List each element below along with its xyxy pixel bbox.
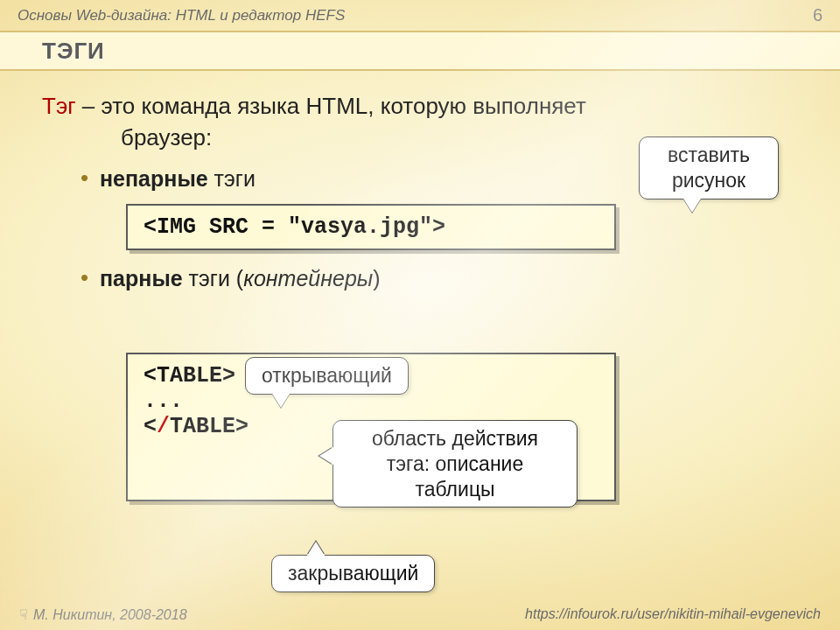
bullet-unpaired-bold: непарные (100, 166, 208, 191)
callout-scope-text: область действиятэга: описаниетаблицы (372, 427, 538, 500)
callout-closing-text: закрывающий (288, 562, 418, 584)
header-bar: Основы Web-дизайна: HTML и редактор HEFS… (0, 0, 840, 25)
footer-url: https://infourok.ru/user/nikitin-mihail-… (525, 606, 821, 623)
hand-icon: ☟ (19, 607, 28, 622)
bullet-paired-bold: парные (100, 266, 183, 290)
page-number: 6 (813, 5, 822, 25)
callout-scope: область действиятэга: описаниетаблицы (332, 420, 578, 508)
code-table-close-post: TABLE> (170, 414, 248, 439)
slide-title: ТЭГИ (42, 38, 105, 65)
footer-author: ☟М. Никитин, 2008-2018 (19, 606, 187, 623)
code-table-close-slash: / (157, 414, 170, 439)
callout-tail-icon (272, 394, 290, 408)
callout-opening-text: открывающий (262, 364, 392, 387)
breadcrumb: Основы Web-дизайна: HTML и редактор HEFS (18, 7, 345, 24)
code-table-close-pre: < (144, 414, 157, 439)
bullet-paired-rest: тэги ( (183, 266, 244, 290)
callout-tail-icon (307, 542, 325, 556)
callout-tail-icon (319, 447, 333, 465)
definition-keyword: Тэг (42, 93, 76, 119)
footer: ☟М. Никитин, 2008-2018 https://infourok.… (0, 606, 840, 623)
bullet-paired-ital: контейнеры (243, 266, 373, 290)
title-bar: ТЭГИ (0, 31, 840, 71)
callout-tail-icon (683, 199, 701, 213)
callout-insert-image-text: вставитьрисунок (668, 144, 750, 192)
code-table-open: <TABLE> (144, 363, 235, 388)
code-table-dots: ... (144, 388, 183, 414)
callout-closing: закрывающий (271, 555, 435, 592)
callout-opening: открывающий (245, 357, 409, 395)
definition-line1: Тэг – это команда языка HTML, которую вы… (42, 90, 805, 122)
callout-insert-image: вставитьрисунок (639, 136, 779, 200)
bullet-paired: парные тэги (контейнеры) (80, 266, 805, 291)
code-img-tag: <IMG SRC = "vasya.jpg"> (126, 204, 616, 250)
slide: Основы Web-дизайна: HTML и редактор HEFS… (0, 0, 840, 630)
bullet-paired-rest2: ) (373, 266, 380, 290)
definition-rest: – это команда языка HTML, которую выполн… (76, 93, 586, 119)
bullet-list-2: парные тэги (контейнеры) (80, 266, 805, 291)
bullet-unpaired-rest: тэги (208, 166, 256, 191)
